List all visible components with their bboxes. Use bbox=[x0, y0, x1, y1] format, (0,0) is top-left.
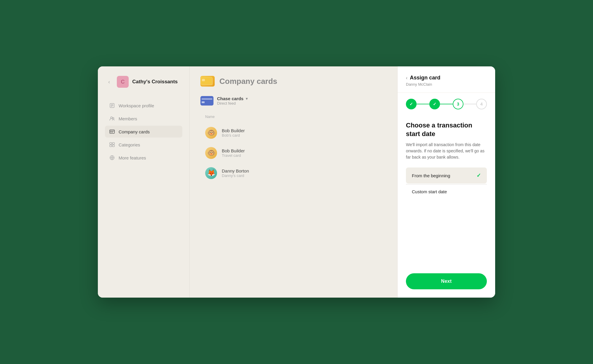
step-1: ✓ bbox=[406, 99, 417, 109]
card-row-bob-builder-2[interactable]: 🐵 Bob Builder Travel card bbox=[200, 143, 387, 163]
card-label-bob-2: Travel card bbox=[222, 153, 245, 158]
card-info-bob-1: Bob Builder Bob's card bbox=[222, 128, 245, 138]
card-label-bob-1: Bob's card bbox=[222, 133, 245, 138]
feed-subtitle: Direct feed bbox=[217, 101, 248, 106]
option-from-beginning[interactable]: From the beginning ✓ bbox=[406, 167, 487, 183]
svg-rect-10 bbox=[110, 143, 112, 144]
feed-section: Chase cards ▾ Direct feed Name 🐵 Bob Bui… bbox=[200, 96, 387, 183]
workspace-profile-label: Workspace profile bbox=[119, 103, 154, 108]
right-panel: ‹ Assign card Danny McClain ✓ ✓ 3 4 Choo… bbox=[397, 66, 495, 298]
main-header-card-icon bbox=[200, 76, 215, 87]
sidebar-item-more-features[interactable]: More features bbox=[105, 152, 182, 164]
panel-header: ‹ Assign card Danny McClain bbox=[398, 66, 495, 93]
sidebar-navigation: Workspace profile Members bbox=[105, 100, 182, 164]
panel-description: We'll import all transaction from this d… bbox=[406, 142, 487, 160]
workspace-profile-icon bbox=[109, 103, 115, 108]
svg-rect-25 bbox=[202, 98, 212, 100]
main-header: Company cards bbox=[200, 76, 387, 87]
svg-rect-13 bbox=[112, 145, 114, 147]
svg-rect-23 bbox=[202, 79, 205, 81]
page-title: Company cards bbox=[219, 77, 277, 86]
panel-back: ‹ Assign card bbox=[406, 75, 487, 81]
panel-content: Choose a transaction start date We'll im… bbox=[398, 115, 495, 267]
company-cards-icon bbox=[109, 129, 115, 135]
panel-title: Assign card bbox=[410, 75, 440, 81]
panel-assignee: Danny McClain bbox=[406, 82, 487, 87]
svg-rect-8 bbox=[110, 132, 111, 132]
card-info-danny: Danny Borton Danny's card bbox=[222, 168, 249, 178]
members-label: Members bbox=[119, 116, 137, 121]
workspace-avatar: C bbox=[117, 76, 129, 88]
svg-rect-12 bbox=[112, 143, 114, 144]
workspace-name: Cathy's Croissants bbox=[132, 79, 178, 85]
members-icon bbox=[109, 116, 115, 122]
name-column-header: Name bbox=[205, 115, 215, 119]
card-info-bob-2: Bob Builder Travel card bbox=[222, 148, 245, 158]
card-name-bob-2: Bob Builder bbox=[222, 148, 245, 153]
step-4: 4 bbox=[476, 99, 487, 109]
avatar-bob-builder-2: 🐵 bbox=[205, 147, 217, 159]
sidebar: ‹ C Cathy's Croissants Workspace profile bbox=[98, 66, 190, 298]
sidebar-item-categories[interactable]: Categories bbox=[105, 139, 182, 151]
feed-chevron-icon: ▾ bbox=[246, 97, 248, 101]
back-button[interactable]: ‹ bbox=[105, 78, 113, 86]
table-header: Name bbox=[200, 111, 387, 122]
main-content: Company cards Chase cards ▾ Direc bbox=[190, 66, 397, 298]
option-custom-start[interactable]: Custom start date bbox=[406, 184, 487, 199]
svg-rect-9 bbox=[112, 132, 113, 132]
svg-rect-24 bbox=[200, 96, 213, 106]
step-line-1-2 bbox=[417, 104, 429, 104]
feed-header: Chase cards ▾ Direct feed bbox=[200, 96, 387, 106]
categories-icon bbox=[109, 142, 115, 148]
app-container: ‹ C Cathy's Croissants Workspace profile bbox=[98, 66, 495, 298]
sidebar-item-members[interactable]: Members bbox=[105, 113, 182, 124]
card-row-bob-builder-1[interactable]: 🐵 Bob Builder Bob's card bbox=[200, 123, 387, 143]
step-line-2-3 bbox=[440, 104, 453, 104]
sidebar-item-workspace-profile[interactable]: Workspace profile bbox=[105, 100, 182, 111]
sidebar-item-company-cards[interactable]: Company cards bbox=[105, 126, 182, 138]
company-cards-label: Company cards bbox=[119, 129, 150, 134]
sidebar-header: ‹ C Cathy's Croissants bbox=[105, 76, 182, 88]
avatar-bob-builder-1: 🐵 bbox=[205, 127, 217, 139]
card-row-danny-borton[interactable]: 🦊 Danny Borton Danny's card bbox=[200, 163, 387, 183]
steps-container: ✓ ✓ 3 4 bbox=[398, 93, 495, 115]
option-from-beginning-label: From the beginning bbox=[412, 173, 450, 178]
more-features-icon bbox=[109, 155, 115, 161]
step-line-3-4 bbox=[463, 104, 476, 104]
more-features-label: More features bbox=[119, 155, 146, 160]
panel-heading: Choose a transaction start date bbox=[406, 121, 487, 138]
next-button[interactable]: Next bbox=[406, 273, 487, 289]
selected-check-icon: ✓ bbox=[476, 172, 481, 179]
option-custom-start-label: Custom start date bbox=[412, 189, 447, 194]
feed-bank-icon bbox=[200, 96, 213, 106]
svg-point-4 bbox=[111, 117, 112, 119]
card-name-bob-1: Bob Builder bbox=[222, 128, 245, 133]
svg-rect-11 bbox=[110, 145, 112, 147]
step-3: 3 bbox=[453, 99, 463, 109]
svg-point-15 bbox=[111, 157, 113, 159]
card-name-danny: Danny Borton bbox=[222, 168, 249, 173]
svg-rect-26 bbox=[202, 101, 205, 103]
svg-point-5 bbox=[113, 118, 114, 119]
panel-footer: Next bbox=[398, 267, 495, 298]
feed-info: Chase cards ▾ Direct feed bbox=[217, 96, 248, 106]
card-label-danny: Danny's card bbox=[222, 173, 249, 178]
categories-label: Categories bbox=[119, 142, 140, 147]
feed-title[interactable]: Chase cards ▾ bbox=[217, 96, 248, 101]
panel-back-icon[interactable]: ‹ bbox=[406, 75, 407, 81]
step-2: ✓ bbox=[429, 99, 440, 109]
svg-rect-6 bbox=[110, 130, 114, 133]
avatar-danny-borton: 🦊 bbox=[205, 167, 217, 179]
